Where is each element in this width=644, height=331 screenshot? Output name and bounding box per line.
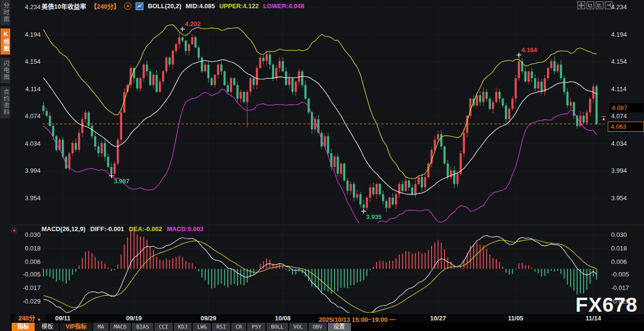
svg-text:4.202: 4.202 bbox=[185, 20, 201, 28]
toolbar-button-VIP指标[interactable]: VIP指标 bbox=[60, 323, 92, 331]
fit-horizontal-icon[interactable] bbox=[587, 1, 594, 9]
fit-vertical-icon[interactable] bbox=[596, 1, 603, 9]
svg-text:3.935: 3.935 bbox=[366, 213, 382, 221]
trading-chart-app: 4.2023.9873.9354.164 美债10年收益率 【240分】 + B… bbox=[0, 0, 644, 331]
toolbar-button-MACD[interactable]: MACD bbox=[110, 323, 131, 331]
macd-dea-line bbox=[43, 239, 597, 312]
toolbar-button-BOLL[interactable]: BOLL bbox=[266, 323, 288, 331]
sidebar-tab-1[interactable]: K线图 bbox=[0, 28, 10, 55]
jump-to-latest-icon[interactable] bbox=[605, 1, 613, 9]
toolbar-button-CCI[interactable]: CCI bbox=[154, 323, 173, 331]
toolbar-button-CR[interactable]: CR bbox=[231, 323, 246, 331]
macd-panel bbox=[43, 231, 597, 317]
toolbar-button-模板[interactable]: 模板 bbox=[36, 323, 59, 331]
chart-canvas: 4.2023.9873.9354.164 bbox=[0, 0, 644, 331]
price-annotations: 4.2023.9873.9354.164 bbox=[109, 20, 538, 221]
sidebar-tab-2[interactable]: 闪电图 bbox=[0, 58, 10, 83]
period-label: 240分 bbox=[18, 315, 35, 322]
macd-diff-line bbox=[43, 235, 597, 317]
boll-upper-line bbox=[43, 25, 597, 179]
toolbar-button-指标[interactable]: 指标 bbox=[12, 323, 35, 331]
toolbar-button-MA[interactable]: MA bbox=[93, 323, 108, 331]
period-dropdown-button[interactable]: 240分 ▲ bbox=[14, 314, 46, 323]
toolbar-button-RSI[interactable]: RSI bbox=[212, 323, 230, 331]
toolbar-button-PSY[interactable]: PSY bbox=[247, 323, 266, 331]
move-icon[interactable] bbox=[577, 1, 585, 9]
svg-text:4.164: 4.164 bbox=[521, 46, 537, 54]
toolbar-button-设置[interactable]: 设置 bbox=[328, 323, 351, 331]
toolbar-button-KDJ[interactable]: KDJ bbox=[174, 323, 192, 331]
toolbar-button-BIAS[interactable]: BIAS bbox=[132, 323, 154, 331]
period-selector[interactable]: 【240分】 bbox=[90, 1, 120, 11]
sidebar-tab-0[interactable]: 分时图 bbox=[0, 0, 10, 25]
svg-text:3.987: 3.987 bbox=[114, 178, 130, 185]
toolbar-button-LW&[interactable]: LW& bbox=[193, 323, 211, 331]
chart-style-icon[interactable] bbox=[136, 2, 143, 10]
toolbar-button-VOL[interactable]: VOL bbox=[289, 323, 308, 331]
dropdown-arrow-icon: ▲ bbox=[37, 317, 41, 321]
boll-mid-line bbox=[43, 60, 597, 194]
alert-icon[interactable] bbox=[11, 227, 17, 234]
sidebar-tab-3[interactable]: 合约资料 bbox=[0, 86, 10, 118]
toolbar-button-OBV[interactable]: OBV bbox=[308, 323, 327, 331]
price-panel bbox=[42, 25, 598, 227]
left-sidebar: 分时图K线图闪电图合约资料 bbox=[0, 0, 11, 331]
boll-lower-line bbox=[43, 89, 597, 227]
